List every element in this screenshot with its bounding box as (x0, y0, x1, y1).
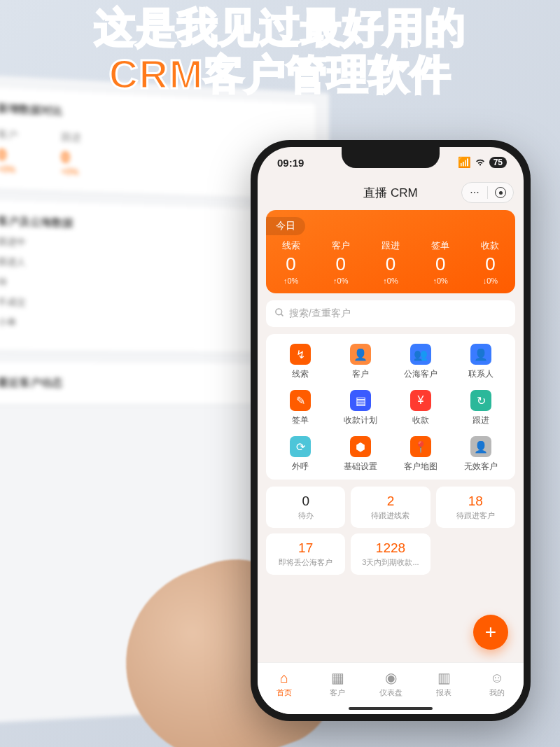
tab-1[interactable]: ▦客户 (311, 663, 364, 704)
hero-stat-label: 跟进 (365, 239, 415, 252)
tab-icon: ▦ (331, 669, 344, 686)
menu-item-10[interactable]: 📍客户地图 (391, 436, 451, 473)
tab-icon: ▥ (438, 669, 451, 686)
menu-label: 客户 (352, 368, 369, 380)
nav-bar: 直播 CRM ··· (258, 178, 524, 207)
hero-stat-label: 收款 (465, 239, 515, 252)
tab-icon: ☺ (490, 670, 504, 686)
phone-frame: 09:19 📶 75 直播 CRM ··· 今日 线索0↑0%客户0↑0%跟进0… (251, 140, 531, 721)
menu-grid-card: ↯线索👤客户👥公海客户👤联系人✎签单▤收款计划¥收款↻跟进⟳外呼⬢基础设置📍客户… (266, 334, 515, 480)
menu-item-5[interactable]: ▤收款计划 (330, 390, 391, 426)
menu-icon: 👤 (350, 344, 371, 365)
menu-item-1[interactable]: 👤客户 (330, 344, 391, 380)
menu-label: 客户地图 (404, 461, 438, 473)
menu-icon: 👤 (470, 344, 491, 365)
menu-item-7[interactable]: ↻跟进 (451, 390, 511, 426)
plus-icon: + (485, 621, 496, 643)
summary-tile-1[interactable]: 2待跟进线索 (351, 487, 430, 528)
menu-icon: 👤 (470, 436, 491, 457)
menu-label: 线索 (292, 368, 309, 380)
menu-item-6[interactable]: ¥收款 (391, 390, 451, 426)
menu-label: 签单 (292, 414, 309, 426)
notch (342, 147, 440, 168)
hero-stat-1[interactable]: 客户0↑0% (316, 239, 365, 285)
tab-label: 我的 (489, 687, 505, 698)
menu-item-2[interactable]: 👥公海客户 (391, 344, 451, 380)
hero-stat-pct: ↑0% (266, 277, 316, 285)
menu-label: 收款 (412, 414, 429, 426)
menu-icon: ↯ (290, 344, 311, 365)
miniprogram-capsule[interactable]: ··· (461, 182, 514, 203)
tab-label: 仪表盘 (379, 687, 402, 698)
tab-0[interactable]: ⌂首页 (258, 663, 311, 704)
menu-icon: ⟳ (290, 436, 311, 457)
hero-stat-label: 客户 (316, 239, 365, 252)
battery-level: 75 (489, 157, 507, 168)
hero-stat-value: 0 (316, 253, 365, 275)
menu-icon: ⬢ (350, 436, 371, 457)
tile-label: 待跟进客户 (440, 510, 511, 521)
menu-item-11[interactable]: 👤无效客户 (451, 436, 511, 473)
menu-icon: 👥 (410, 344, 431, 365)
today-stats-card[interactable]: 今日 线索0↑0%客户0↑0%跟进0↑0%签单0↑0%收款0↓0% (266, 210, 515, 293)
today-tab[interactable]: 今日 (266, 217, 305, 235)
summary-tile-0[interactable]: 0待办 (266, 487, 345, 528)
summary-tile-3[interactable]: 17即将丢公海客户 (266, 533, 345, 575)
tab-icon: ⌂ (280, 670, 288, 686)
menu-icon: ↻ (470, 390, 491, 411)
tile-value: 18 (440, 494, 511, 509)
hero-stat-pct: ↑0% (316, 277, 365, 285)
app-title: 直播 CRM (363, 185, 417, 201)
bg-section1-title: 新增数据对比 (0, 102, 302, 130)
tab-4[interactable]: ☺我的 (470, 663, 524, 704)
tab-3[interactable]: ▥报表 (417, 663, 470, 704)
tile-label: 3天内到期收款... (355, 557, 426, 568)
hero-stat-0[interactable]: 线索0↑0% (266, 239, 316, 285)
menu-item-0[interactable]: ↯线索 (270, 344, 330, 380)
menu-label: 收款计划 (344, 414, 377, 426)
tile-value: 0 (270, 494, 341, 509)
hero-stat-3[interactable]: 签单0↑0% (416, 239, 465, 285)
tile-label: 待跟进线索 (355, 510, 426, 521)
search-icon (274, 307, 285, 320)
home-indicator (349, 707, 433, 710)
hero-stat-value: 0 (365, 253, 415, 275)
menu-label: 跟进 (472, 414, 489, 426)
search-input[interactable]: 搜索/查重客户 (266, 300, 515, 327)
menu-item-9[interactable]: ⬢基础设置 (330, 436, 391, 473)
menu-label: 联系人 (468, 368, 493, 380)
hero-stat-value: 0 (465, 253, 515, 275)
tile-label: 即将丢公海客户 (270, 557, 341, 568)
menu-item-4[interactable]: ✎签单 (270, 390, 330, 426)
hero-stat-2[interactable]: 跟进0↑0% (365, 239, 415, 285)
hero-stat-label: 签单 (416, 239, 465, 252)
menu-label: 外呼 (292, 461, 309, 473)
summary-tile-2[interactable]: 18待跟进客户 (436, 487, 515, 528)
tile-value: 17 (270, 540, 341, 556)
hero-stat-pct: ↓0% (465, 277, 515, 285)
close-icon[interactable] (488, 187, 513, 198)
tab-label: 客户 (330, 687, 345, 698)
menu-label: 公海客户 (404, 368, 438, 380)
menu-item-3[interactable]: 👤联系人 (451, 344, 511, 380)
more-icon[interactable]: ··· (462, 186, 487, 199)
menu-label: 无效客户 (464, 461, 498, 473)
tab-label: 报表 (436, 687, 451, 698)
tab-2[interactable]: ◉仪表盘 (364, 663, 417, 704)
menu-label: 基础设置 (344, 461, 377, 473)
hero-stat-label: 线索 (266, 239, 316, 252)
summary-tile-4[interactable]: 12283天内到期收款... (351, 533, 430, 575)
svg-point-0 (276, 309, 282, 315)
menu-item-8[interactable]: ⟳外呼 (270, 436, 330, 473)
menu-icon: ▤ (350, 390, 371, 411)
tab-icon: ◉ (385, 669, 397, 686)
menu-icon: 📍 (410, 436, 431, 457)
add-button[interactable]: + (473, 615, 508, 650)
hero-stat-pct: ↑0% (365, 277, 415, 285)
tile-label: 待办 (270, 510, 341, 521)
hero-stat-value: 0 (416, 253, 465, 275)
tile-value: 1228 (355, 540, 426, 556)
hero-stat-4[interactable]: 收款0↓0% (465, 239, 515, 285)
tab-label: 首页 (276, 687, 292, 698)
tab-bar: ⌂首页▦客户◉仪表盘▥报表☺我的 (258, 662, 524, 714)
